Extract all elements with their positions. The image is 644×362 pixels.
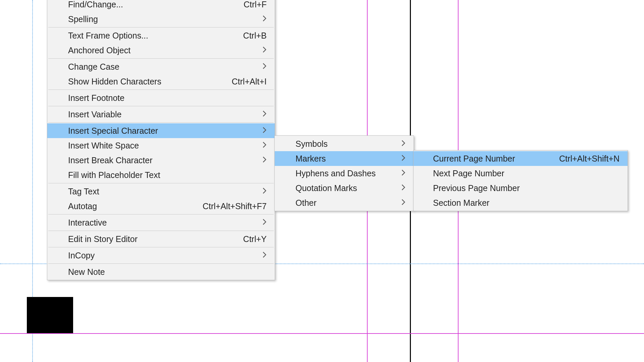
context-menu-main: Find/Change...Ctrl+FSpellingText Frame O… [47,0,275,280]
menu-item-find-change[interactable]: Find/Change...Ctrl+F [47,0,275,12]
menu-item-show-hidden-characters[interactable]: Show Hidden CharactersCtrl+Alt+I [47,74,275,89]
menu-item-label: InCopy [68,251,247,260]
menu-item-other[interactable]: Other [275,195,414,210]
menu-item-spelling[interactable]: Spelling [47,12,275,26]
menu-item-label: Insert Footnote [68,93,267,103]
menu-item-autotag[interactable]: AutotagCtrl+Alt+Shift+F7 [47,199,275,214]
chevron-right-icon [261,219,267,227]
menu-item-label: Change Case [68,62,247,72]
menu-separator [48,106,274,106]
menu-item-label: Text Frame Options... [68,31,230,41]
menu-item-label: Anchored Object [68,46,247,55]
menu-item-label: Quotation Marks [296,183,386,193]
menu-separator [48,247,274,247]
chevron-right-icon [261,157,267,164]
menu-item-shortcut: Ctrl+Alt+Shift+F7 [203,201,267,211]
menu-item-incopy[interactable]: InCopy [47,248,275,263]
chevron-right-icon [261,111,267,118]
chevron-right-icon [261,63,267,71]
chevron-right-icon [261,15,267,23]
submenu-insert-special-character: SymbolsMarkersHyphens and DashesQuotatio… [274,135,414,211]
menu-separator [48,27,274,27]
menu-item-shortcut: Ctrl+Alt+Shift+N [559,154,620,164]
menu-item-insert-variable[interactable]: Insert Variable [47,107,275,122]
menu-separator [48,89,274,90]
chevron-right-icon [399,155,406,163]
menu-item-anchored-object[interactable]: Anchored Object [47,43,275,58]
menu-item-text-frame-options[interactable]: Text Frame Options...Ctrl+B [47,28,275,43]
menu-item-shortcut: Ctrl+Y [243,234,267,244]
chevron-right-icon [261,188,267,195]
menu-separator [48,263,274,264]
menu-item-label: Hyphens and Dashes [296,169,386,178]
menu-item-current-page-number[interactable]: Current Page NumberCtrl+Alt+Shift+N [414,151,628,166]
menu-item-insert-break-character[interactable]: Insert Break Character [47,153,275,168]
submenu-markers: Current Page NumberCtrl+Alt+Shift+NNext … [413,150,628,211]
menu-item-insert-white-space[interactable]: Insert White Space [47,138,275,153]
menu-item-label: Interactive [68,218,247,228]
menu-item-insert-special-character[interactable]: Insert Special Character [47,123,275,138]
menu-item-change-case[interactable]: Change Case [47,59,275,74]
menu-item-fill-with-placeholder-text[interactable]: Fill with Placeholder Text [47,168,275,182]
menu-item-previous-page-number[interactable]: Previous Page Number [414,181,628,195]
menu-item-label: Symbols [296,139,386,149]
chevron-right-icon [399,184,406,192]
chevron-right-icon [399,140,406,148]
menu-item-quotation-marks[interactable]: Quotation Marks [275,181,414,195]
page-object [27,297,73,333]
menu-item-markers[interactable]: Markers [275,151,414,166]
menu-item-label: Fill with Placeholder Text [68,170,267,180]
menu-item-interactive[interactable]: Interactive [47,215,275,230]
menu-item-shortcut: Ctrl+B [243,31,267,41]
menu-item-label: Insert Special Character [68,126,247,136]
menu-item-label: Insert Break Character [68,156,247,165]
menu-item-label: Next Page Number [433,169,620,178]
margin-guide [0,333,644,334]
menu-item-label: Current Page Number [433,154,546,164]
menu-item-label: Find/Change... [68,0,230,9]
menu-item-new-note[interactable]: New Note [47,264,275,279]
chevron-right-icon [261,252,267,259]
chevron-right-icon [261,127,267,135]
menu-item-label: Show Hidden Characters [68,77,218,86]
menu-separator [48,183,274,183]
menu-item-label: Edit in Story Editor [68,234,230,244]
menu-item-symbols[interactable]: Symbols [275,136,414,151]
menu-item-label: Other [296,198,386,208]
menu-item-label: Tag Text [68,187,247,196]
menu-item-insert-footnote[interactable]: Insert Footnote [47,90,275,105]
chevron-right-icon [399,199,406,207]
menu-item-label: Markers [296,154,386,164]
menu-item-edit-in-story-editor[interactable]: Edit in Story EditorCtrl+Y [47,232,275,246]
menu-item-label: Section Marker [433,198,620,208]
menu-item-shortcut: Ctrl+Alt+I [232,77,267,86]
chevron-right-icon [261,142,267,149]
menu-item-label: Insert Variable [68,110,247,119]
menu-separator [48,58,274,59]
menu-item-hyphens-and-dashes[interactable]: Hyphens and Dashes [275,166,414,181]
menu-separator [48,122,274,123]
menu-item-label: Spelling [68,14,247,24]
menu-item-label: New Note [68,267,267,277]
menu-item-section-marker[interactable]: Section Marker [414,195,628,210]
menu-item-label: Autotag [68,201,189,211]
menu-item-label: Insert White Space [68,141,247,150]
menu-separator [48,231,274,231]
menu-item-label: Previous Page Number [433,183,620,193]
chevron-right-icon [261,47,267,54]
menu-item-next-page-number[interactable]: Next Page Number [414,166,628,181]
menu-item-shortcut: Ctrl+F [244,0,267,9]
chevron-right-icon [399,170,406,177]
menu-separator [48,214,274,215]
menu-item-tag-text[interactable]: Tag Text [47,184,275,199]
